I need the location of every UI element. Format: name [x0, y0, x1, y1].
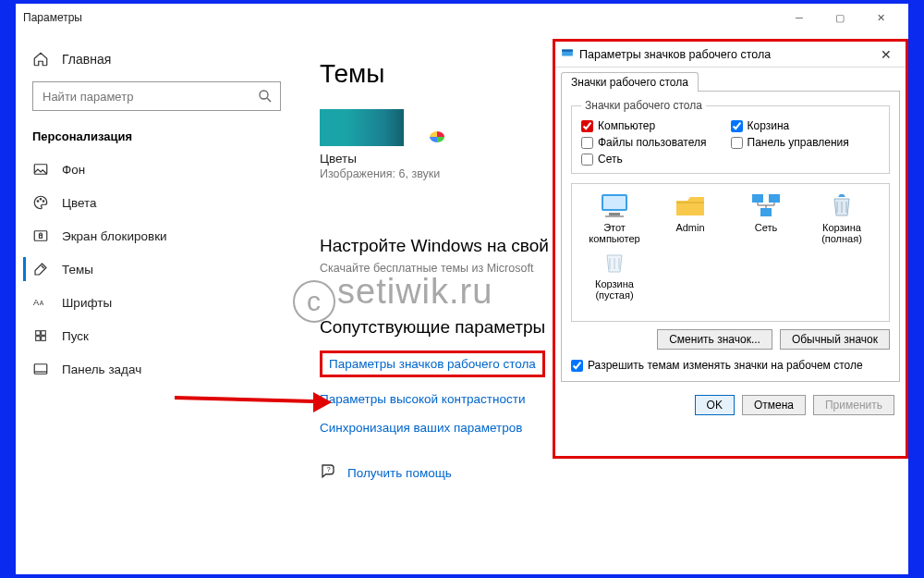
svg-point-2	[37, 201, 39, 203]
change-icon-button[interactable]: Сменить значок...	[657, 329, 772, 350]
svg-rect-13	[34, 364, 47, 375]
theme-thumbnail[interactable]	[320, 109, 449, 146]
window-title: Параметры	[23, 11, 82, 24]
dialog-titlebar: Параметры значков рабочего стола ✕	[555, 42, 906, 68]
sidebar-item-background[interactable]: Фон	[23, 153, 290, 186]
svg-rect-21	[752, 194, 763, 203]
icon-network[interactable]: Сеть	[729, 191, 803, 244]
maximize-button[interactable]: ▢	[820, 4, 860, 31]
home-item[interactable]: Главная	[23, 43, 290, 76]
sidebar-item-taskbar[interactable]: Панель задач	[23, 352, 290, 386]
minimize-button[interactable]: ─	[779, 4, 820, 31]
search-icon	[257, 88, 274, 105]
check-recycle-bin[interactable]: Корзина	[731, 119, 881, 132]
svg-rect-18	[603, 196, 626, 209]
link-get-help[interactable]: Получить помощь	[347, 466, 452, 480]
sidebar-item-fonts[interactable]: AA Шрифты	[23, 286, 290, 319]
sidebar-item-label: Панель задач	[62, 363, 141, 376]
svg-text:?: ?	[327, 465, 331, 473]
svg-rect-22	[769, 194, 780, 203]
dialog-body: Значки рабочего стола Компьютер Корзина …	[561, 91, 900, 382]
tab-desktop-icons[interactable]: Значки рабочего стола	[561, 72, 699, 92]
palette-dot-icon	[430, 131, 444, 142]
sidebar-item-label: Темы	[62, 263, 93, 277]
dialog-title: Параметры значков рабочего стола	[579, 48, 771, 61]
svg-rect-16	[562, 50, 573, 52]
sidebar-item-label: Шрифты	[62, 296, 112, 310]
icon-this-pc[interactable]: Этот компьютер	[578, 191, 651, 244]
sidebar-item-label: Цвета	[62, 196, 97, 210]
start-icon	[32, 327, 49, 344]
link-desktop-icon-settings[interactable]: Параметры значков рабочего стола	[320, 350, 545, 377]
check-network[interactable]: Сеть	[581, 153, 731, 166]
desktop-icons-group: Значки рабочего стола Компьютер Корзина …	[571, 99, 890, 174]
taskbar-icon	[32, 361, 49, 377]
sidebar-item-colors[interactable]: Цвета	[23, 186, 290, 219]
search-wrap	[32, 81, 281, 111]
home-icon	[32, 51, 49, 68]
lockscreen-icon	[32, 228, 49, 244]
svg-point-3	[40, 199, 42, 201]
sidebar: Главная Персонализация Фон Цвета Экран б…	[16, 31, 298, 574]
sidebar-item-start[interactable]: Пуск	[23, 319, 290, 352]
svg-point-4	[43, 201, 44, 203]
settings-window: Параметры ─ ▢ ✕ Главная Персонализация	[16, 4, 908, 574]
svg-text:A: A	[33, 298, 40, 307]
desktop-icon-dialog: Параметры значков рабочего стола ✕ Значк…	[553, 39, 908, 459]
check-control-panel[interactable]: Панель управления	[731, 136, 881, 149]
svg-rect-6	[40, 235, 43, 238]
cancel-button[interactable]: Отмена	[742, 395, 806, 415]
brush-icon	[32, 261, 49, 277]
svg-rect-9	[36, 331, 41, 336]
group-legend: Значки рабочего стола	[581, 99, 706, 112]
picture-icon	[32, 161, 49, 178]
icon-preview-list: Этот компьютер Admin Сеть Корзина (полна…	[571, 183, 890, 322]
sidebar-item-lockscreen[interactable]: Экран блокировки	[23, 219, 290, 252]
close-button[interactable]: ✕	[860, 4, 901, 31]
svg-point-0	[260, 91, 268, 99]
sidebar-item-label: Пуск	[62, 329, 89, 343]
ok-button[interactable]: OK	[695, 395, 735, 415]
sidebar-item-label: Экран блокировки	[62, 229, 167, 243]
svg-rect-12	[42, 337, 46, 341]
font-icon: AA	[32, 294, 49, 311]
home-label: Главная	[62, 52, 111, 67]
allow-themes-checkbox[interactable]: Разрешить темам изменять значки на рабоч…	[571, 359, 890, 372]
titlebar: Параметры ─ ▢ ✕	[16, 4, 908, 31]
palette-icon	[32, 194, 49, 211]
dialog-app-icon	[561, 46, 574, 62]
dialog-close-button[interactable]: ✕	[872, 47, 900, 62]
sidebar-item-themes[interactable]: Темы	[23, 252, 290, 286]
svg-rect-5	[34, 231, 47, 241]
svg-rect-20	[605, 215, 624, 217]
svg-rect-10	[42, 331, 46, 336]
help-icon: ?	[320, 462, 336, 483]
icon-recycle-empty[interactable]: Корзина (пустая)	[578, 248, 651, 301]
svg-rect-19	[609, 213, 620, 215]
icon-admin[interactable]: Admin	[653, 191, 727, 244]
default-icon-button[interactable]: Обычный значок	[780, 329, 890, 350]
check-user-files[interactable]: Файлы пользователя	[581, 136, 731, 149]
apply-button[interactable]: Применить	[813, 395, 894, 415]
sidebar-item-label: Фон	[62, 163, 85, 177]
check-computer[interactable]: Компьютер	[581, 119, 731, 132]
svg-rect-11	[36, 337, 41, 341]
svg-rect-23	[760, 208, 772, 216]
section-heading: Персонализация	[23, 122, 290, 153]
search-input[interactable]	[32, 81, 281, 111]
icon-recycle-full[interactable]: Корзина (полная)	[805, 191, 879, 244]
svg-text:A: A	[40, 300, 44, 306]
